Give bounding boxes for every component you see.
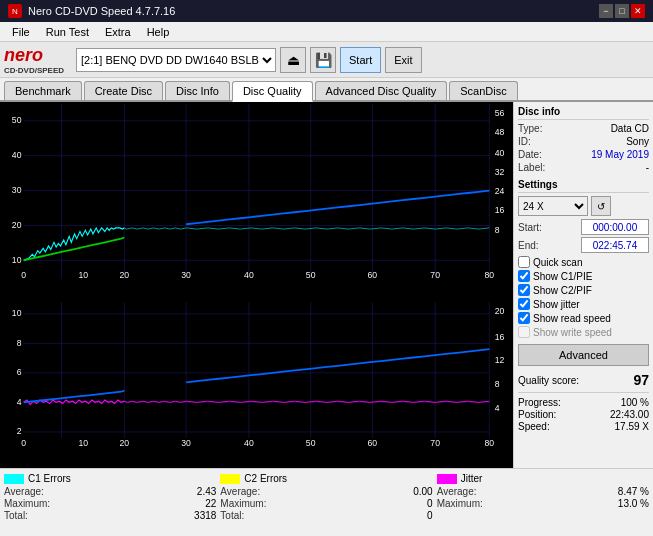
position-label: Position: xyxy=(518,409,556,420)
svg-text:24: 24 xyxy=(495,186,505,197)
c1-avg-value: 2.43 xyxy=(197,486,216,497)
svg-text:16: 16 xyxy=(495,205,505,216)
app-icon: N xyxy=(8,4,22,18)
c2-max-value: 0 xyxy=(427,498,433,509)
quality-score-value: 97 xyxy=(633,372,649,388)
end-input[interactable] xyxy=(581,237,649,253)
svg-text:48: 48 xyxy=(495,127,505,138)
tab-scan-disc[interactable]: ScanDisc xyxy=(449,81,517,100)
speed-row: 24 X 16 X 8 X 4 X Max ↺ xyxy=(518,196,649,216)
label-value: - xyxy=(646,162,649,173)
svg-text:40: 40 xyxy=(244,270,254,281)
show-c2pif-label: Show C2/PIF xyxy=(533,285,592,296)
tab-disc-quality[interactable]: Disc Quality xyxy=(232,81,313,102)
tab-advanced-disc-quality[interactable]: Advanced Disc Quality xyxy=(315,81,448,100)
svg-text:4: 4 xyxy=(17,397,22,407)
show-c2pif-checkbox[interactable] xyxy=(518,284,530,296)
jitter-max-value: 13.0 % xyxy=(618,498,649,509)
logo-subtitle: CD·DVD/SPEED xyxy=(4,66,64,75)
id-label: ID: xyxy=(518,136,531,147)
progress-value: 100 % xyxy=(621,397,649,408)
svg-text:32: 32 xyxy=(495,167,505,178)
refresh-button[interactable]: ↺ xyxy=(591,196,611,216)
menu-extra[interactable]: Extra xyxy=(97,24,139,40)
c2-avg-label: Average: xyxy=(220,486,260,497)
start-label: Start: xyxy=(518,222,542,233)
start-button[interactable]: Start xyxy=(340,47,381,73)
svg-text:70: 70 xyxy=(430,270,440,281)
menu-help[interactable]: Help xyxy=(139,24,178,40)
drive-select[interactable]: [2:1] BENQ DVD DD DW1640 BSLB xyxy=(76,48,276,72)
type-value: Data CD xyxy=(611,123,649,134)
c1-total-value: 3318 xyxy=(194,510,216,521)
c1-title: C1 Errors xyxy=(28,473,71,484)
bottom-chart-container: 10 8 6 4 2 20 16 12 8 4 0 10 20 30 40 xyxy=(2,302,511,450)
svg-text:56: 56 xyxy=(495,108,505,119)
show-read-label: Show read speed xyxy=(533,313,611,324)
quick-scan-label: Quick scan xyxy=(533,257,582,268)
speed-value: 17.59 X xyxy=(615,421,649,432)
svg-text:70: 70 xyxy=(430,438,440,448)
type-label: Type: xyxy=(518,123,542,134)
svg-text:20: 20 xyxy=(120,438,130,448)
close-button[interactable]: ✕ xyxy=(631,4,645,18)
jitter-avg-label: Average: xyxy=(437,486,477,497)
disc-info-title: Disc info xyxy=(518,106,649,120)
date-value: 19 May 2019 xyxy=(591,149,649,160)
svg-text:10: 10 xyxy=(12,254,22,265)
advanced-button[interactable]: Advanced xyxy=(518,344,649,366)
menu-run-test[interactable]: Run Test xyxy=(38,24,97,40)
show-c1pie-checkbox[interactable] xyxy=(518,270,530,282)
svg-text:20: 20 xyxy=(495,306,505,316)
right-panel: Disc info Type: Data CD ID: Sony Date: 1… xyxy=(513,102,653,468)
svg-text:8: 8 xyxy=(495,224,500,235)
svg-text:60: 60 xyxy=(368,438,378,448)
settings-section: Settings 24 X 16 X 8 X 4 X Max ↺ Start: xyxy=(518,179,649,366)
chart-area: 50 40 30 20 10 56 48 40 32 24 16 8 0 10 xyxy=(0,102,513,468)
svg-text:4: 4 xyxy=(495,403,500,413)
svg-text:40: 40 xyxy=(12,150,22,161)
c2-total-value: 0 xyxy=(427,510,433,521)
speed-select[interactable]: 24 X 16 X 8 X 4 X Max xyxy=(518,196,588,216)
svg-text:40: 40 xyxy=(495,147,505,158)
bottom-chart-svg: 10 8 6 4 2 20 16 12 8 4 0 10 20 30 40 xyxy=(2,302,511,450)
date-label: Date: xyxy=(518,149,542,160)
svg-text:6: 6 xyxy=(17,367,22,377)
svg-text:30: 30 xyxy=(181,438,191,448)
minimize-button[interactable]: − xyxy=(599,4,613,18)
svg-rect-0 xyxy=(2,104,511,284)
quick-scan-checkbox[interactable] xyxy=(518,256,530,268)
menu-file[interactable]: File xyxy=(4,24,38,40)
show-jitter-checkbox[interactable] xyxy=(518,298,530,310)
c1-max-label: Maximum: xyxy=(4,498,50,509)
svg-text:80: 80 xyxy=(485,270,495,281)
svg-text:10: 10 xyxy=(12,308,22,318)
c2-color xyxy=(220,474,240,484)
svg-text:50: 50 xyxy=(306,270,316,281)
svg-text:10: 10 xyxy=(78,438,88,448)
tab-benchmark[interactable]: Benchmark xyxy=(4,81,82,100)
svg-text:50: 50 xyxy=(306,438,316,448)
svg-text:16: 16 xyxy=(495,332,505,342)
exit-button[interactable]: Exit xyxy=(385,47,421,73)
save-button[interactable]: 💾 xyxy=(310,47,336,73)
quality-score-label: Quality score: xyxy=(518,375,579,386)
titlebar: N Nero CD-DVD Speed 4.7.7.16 − □ ✕ xyxy=(0,0,653,22)
show-read-checkbox[interactable] xyxy=(518,312,530,324)
speed-label: Speed: xyxy=(518,421,550,432)
show-write-checkbox[interactable] xyxy=(518,326,530,338)
jitter-legend: Jitter Average: 8.47 % Maximum: 13.0 % xyxy=(437,473,649,532)
c1-color xyxy=(4,474,24,484)
c2-title: C2 Errors xyxy=(244,473,287,484)
eject-button[interactable]: ⏏ xyxy=(280,47,306,73)
progress-label: Progress: xyxy=(518,397,561,408)
svg-text:10: 10 xyxy=(78,270,88,281)
c1-max-value: 22 xyxy=(205,498,216,509)
label-label: Label: xyxy=(518,162,545,173)
tab-disc-info[interactable]: Disc Info xyxy=(165,81,230,100)
svg-text:2: 2 xyxy=(17,426,22,436)
c2-avg-value: 0.00 xyxy=(413,486,432,497)
tab-create-disc[interactable]: Create Disc xyxy=(84,81,163,100)
start-input[interactable] xyxy=(581,219,649,235)
maximize-button[interactable]: □ xyxy=(615,4,629,18)
